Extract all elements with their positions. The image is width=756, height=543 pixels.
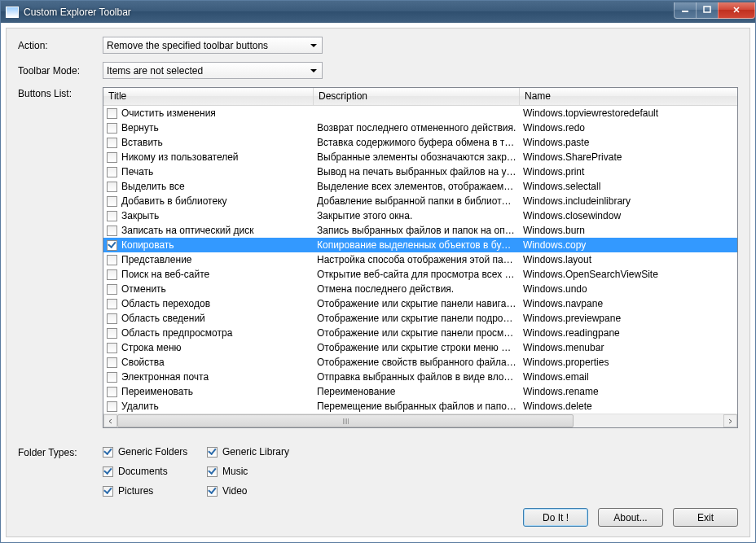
table-row[interactable]: ЗакрытьЗакрытие этого окна.Windows.close… [103,208,737,223]
maximize-button[interactable] [696,2,719,19]
table-row[interactable]: Область предпросмотраОтображение или скр… [103,326,737,340]
row-checkbox[interactable] [107,401,117,412]
table-row[interactable]: Строка менюОтображение или скрытие строк… [103,340,737,355]
row-title: Область переходов [121,298,210,309]
table-row[interactable]: Поиск на веб-сайтеОткрытие веб-сайта для… [103,267,737,282]
row-checkbox[interactable] [107,211,117,221]
row-checkbox[interactable] [107,240,117,251]
mode-dropdown[interactable]: Items are not selected [103,62,323,79]
do-it-button[interactable]: Do It ! [523,508,588,527]
col-name-header[interactable]: Name [520,88,737,105]
folder-type-checkbox[interactable]: Pictures [103,485,207,497]
table-row[interactable]: СвойстваОтображение свойств выбранного ф… [103,355,737,370]
row-name: Windows.navpane [520,298,737,309]
row-title: Область сведений [121,313,205,324]
table-row[interactable]: ПечатьВывод на печать выбранных файлов н… [103,164,737,179]
table-row[interactable]: Очистить измененияWindows.topviewrestore… [103,106,737,120]
row-name: Windows.redo [520,122,737,134]
horizontal-scrollbar[interactable] [103,414,737,427]
col-desc-header[interactable]: Description [314,88,520,105]
table-row[interactable]: ПереименоватьПереименованиеWindows.renam… [103,384,737,399]
row-title: Записать на оптический диск [121,225,254,236]
row-checkbox[interactable] [107,313,117,324]
table-row[interactable]: ПредставлениеНастройка способа отображен… [103,252,737,267]
folder-type-label: Pictures [118,485,153,497]
close-button[interactable] [718,2,755,19]
folder-type-checkbox[interactable]: Documents [103,466,207,477]
row-checkbox[interactable] [107,269,117,280]
table-row[interactable]: Записать на оптический дискЗапись выбран… [103,223,737,238]
table-row[interactable]: Никому из пользователейВыбранные элемент… [103,150,737,164]
row-description: Вывод на печать выбранных файлов на ука.… [314,166,520,177]
row-title: Поиск на веб-сайте [121,269,209,280]
table-row[interactable]: ОтменитьОтмена последнего действия.Windo… [103,282,737,296]
checkbox-icon [207,466,218,477]
row-title: Отменить [121,283,166,295]
scroll-right-button[interactable] [723,414,737,427]
list-body[interactable]: Очистить измененияWindows.topviewrestore… [103,106,737,414]
row-title: Вставить [121,137,163,148]
buttons-list-label: Buttons List: [18,87,103,99]
scroll-left-button[interactable] [103,414,117,427]
action-label: Action: [18,40,103,51]
titlebar[interactable]: Custom Explorer Toolbar [1,1,755,23]
window-title: Custom Explorer Toolbar [24,7,675,18]
row-checkbox[interactable] [107,299,117,309]
row-description: Отмена последнего действия. [314,283,520,295]
row-checkbox[interactable] [107,167,117,177]
folder-type-label: Documents [118,466,168,477]
table-row[interactable]: Область сведенийОтображение или скрытие … [103,311,737,326]
row-title: Печать [121,166,153,177]
action-dropdown[interactable]: Remove the specified toolbar buttons [103,37,323,54]
row-description: Возврат последнего отмененного действия. [314,122,520,134]
row-checkbox[interactable] [107,343,117,353]
chevron-down-icon [310,44,317,47]
table-row[interactable]: ВернутьВозврат последнего отмененного де… [103,120,737,135]
row-title: Удалить [121,401,159,412]
col-title-header[interactable]: Title [103,88,314,105]
table-row[interactable]: ВставитьВставка содержимого буфера обмен… [103,135,737,150]
row-name: Windows.SharePrivate [520,151,737,163]
folder-type-checkbox[interactable]: Generic Library [207,446,311,458]
table-row[interactable]: УдалитьПеремещение выбранных файлов и па… [103,399,737,414]
mode-value: Items are not selected [107,65,310,77]
folder-type-checkbox[interactable]: Video [207,485,311,497]
table-row[interactable]: Добавить в библиотекуДобавление выбранно… [103,194,737,208]
folder-type-checkbox[interactable]: Generic Folders [103,446,207,458]
row-checkbox[interactable] [107,226,117,236]
row-name: Windows.print [520,166,737,177]
row-name: Windows.layout [520,254,737,265]
row-checkbox[interactable] [107,152,117,163]
row-checkbox[interactable] [107,387,117,397]
row-checkbox[interactable] [107,108,117,119]
row-title: Свойства [121,357,165,368]
table-row[interactable]: КопироватьКопирование выделенных объекто… [103,238,737,252]
table-row[interactable]: Электронная почтаОтправка выбранных файл… [103,370,737,384]
checkbox-icon [207,447,218,458]
about-button[interactable]: About... [598,508,663,527]
row-description: Отображение или скрытие панели подробн..… [314,313,520,324]
row-checkbox[interactable] [107,123,117,134]
table-row[interactable]: Область переходовОтображение или скрытие… [103,296,737,311]
folder-type-checkbox[interactable]: Music [207,466,311,477]
exit-button[interactable]: Exit [673,508,738,527]
row-checkbox[interactable] [107,284,117,295]
row-name: Windows.includeinlibrary [520,195,737,207]
folder-type-label: Video [222,485,247,497]
row-checkbox[interactable] [107,138,117,148]
row-name: Windows.topviewrestoredefault [520,107,737,119]
row-title: Представление [121,254,192,265]
row-checkbox[interactable] [107,328,117,339]
row-checkbox[interactable] [107,255,117,265]
mode-label: Toolbar Mode: [18,65,103,77]
folder-type-label: Generic Library [222,446,289,458]
row-checkbox[interactable] [107,182,117,192]
table-row[interactable]: Выделить всеВыделение всех элементов, от… [103,179,737,194]
minimize-button[interactable] [674,2,697,19]
row-name: Windows.burn [520,225,737,236]
row-checkbox[interactable] [107,196,117,207]
row-checkbox[interactable] [107,372,117,383]
scroll-thumb[interactable] [117,414,574,427]
row-checkbox[interactable] [107,357,117,368]
row-description: Отображение или скрытие панели навигации… [314,298,520,309]
